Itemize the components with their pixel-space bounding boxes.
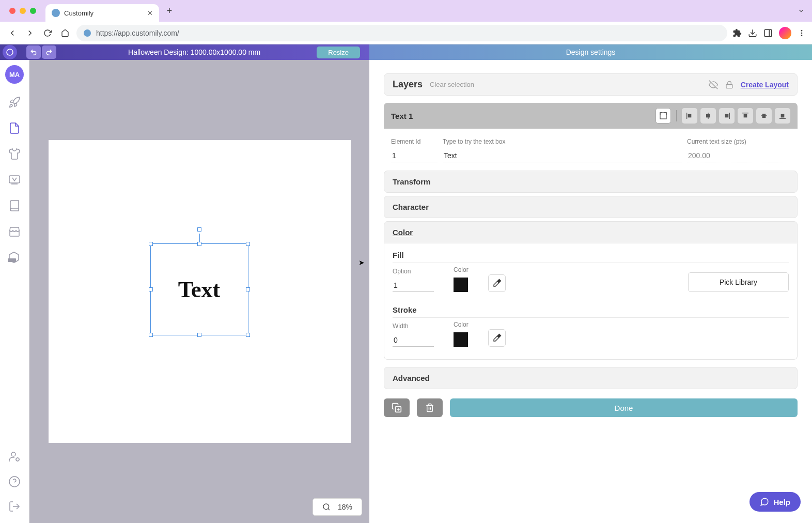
canvas[interactable]: Text xyxy=(49,140,351,443)
settings-panel: Layers Clear selection Create Layout Tex… xyxy=(369,60,812,523)
svg-rect-20 xyxy=(686,113,687,119)
app-header: Halloween Design: 1000.00x1000.00 mm Res… xyxy=(0,44,812,60)
stroke-width-input[interactable] xyxy=(393,334,434,347)
reload-button[interactable] xyxy=(41,27,54,39)
done-button[interactable]: Done xyxy=(450,398,798,417)
svg-rect-24 xyxy=(729,113,730,119)
align-center-h-icon[interactable] xyxy=(700,108,716,124)
duplicate-button[interactable] xyxy=(384,398,410,417)
transform-section[interactable]: Transform xyxy=(384,171,798,193)
app-logo[interactable] xyxy=(3,45,17,59)
maximize-window[interactable] xyxy=(30,8,36,14)
color-section[interactable]: Color xyxy=(384,221,798,243)
close-tab-icon[interactable]: ✕ xyxy=(147,9,153,17)
selected-layer[interactable]: Text 1 xyxy=(384,103,798,129)
align-left-icon[interactable] xyxy=(682,108,697,124)
fill-option-input[interactable] xyxy=(393,279,434,292)
redo-button[interactable] xyxy=(42,45,56,59)
chat-icon xyxy=(760,497,769,506)
minimize-window[interactable] xyxy=(20,8,26,14)
align-right-icon[interactable] xyxy=(719,108,735,124)
stroke-eyedropper-icon[interactable] xyxy=(488,329,506,347)
new-tab-button[interactable]: + xyxy=(162,4,177,18)
layer-name: Text 1 xyxy=(391,112,413,120)
store-icon[interactable] xyxy=(7,224,22,239)
lock-icon[interactable] xyxy=(725,81,733,89)
svg-rect-27 xyxy=(744,114,747,118)
home-button[interactable] xyxy=(59,27,71,39)
user-settings-icon[interactable] xyxy=(7,450,22,464)
svg-rect-26 xyxy=(742,113,748,113)
rocket-icon[interactable] xyxy=(7,95,22,110)
svg-rect-19 xyxy=(660,113,666,119)
back-button[interactable] xyxy=(6,27,19,39)
element-id-input[interactable] xyxy=(391,149,438,162)
selection-box[interactable]: Text xyxy=(150,243,248,335)
fill-eyedropper-icon[interactable] xyxy=(488,274,506,292)
logout-icon[interactable] xyxy=(7,499,22,514)
svg-rect-23 xyxy=(706,114,710,118)
book-icon[interactable] xyxy=(7,198,22,213)
tab-dropdown-icon[interactable] xyxy=(798,7,805,14)
align-center-v-icon[interactable] xyxy=(756,108,772,124)
type-input[interactable] xyxy=(443,149,682,162)
svg-point-6 xyxy=(7,49,13,55)
stroke-color-label: Color xyxy=(454,321,469,328)
svg-line-16 xyxy=(328,509,330,510)
svg-point-4 xyxy=(801,32,803,34)
advanced-section[interactable]: Advanced xyxy=(384,367,798,389)
box-beta-icon[interactable]: BETA xyxy=(7,250,22,265)
layers-header: Layers Clear selection Create Layout xyxy=(384,73,798,96)
canvas-text[interactable]: Text xyxy=(178,276,221,303)
fill-color-swatch[interactable] xyxy=(454,278,468,292)
search-icon xyxy=(322,503,331,511)
svg-point-12 xyxy=(9,476,20,487)
site-info-icon[interactable] xyxy=(84,29,91,37)
action-row: Done xyxy=(384,398,798,417)
size-input[interactable] xyxy=(687,149,790,162)
profile-avatar[interactable] xyxy=(779,27,791,39)
svg-rect-29 xyxy=(762,114,766,118)
extensions-icon[interactable] xyxy=(732,28,742,38)
align-bottom-icon[interactable] xyxy=(775,108,790,124)
svg-rect-21 xyxy=(688,114,692,118)
menu-icon[interactable] xyxy=(798,29,806,37)
align-top-icon[interactable] xyxy=(738,108,753,124)
file-icon[interactable] xyxy=(7,121,22,135)
delete-button[interactable] xyxy=(417,398,443,417)
fit-icon[interactable] xyxy=(655,108,671,124)
forward-button[interactable] xyxy=(24,27,36,39)
clear-selection-button[interactable]: Clear selection xyxy=(430,81,474,88)
pick-library-button[interactable]: Pick Library xyxy=(688,272,789,292)
zoom-control[interactable]: 18% xyxy=(313,498,362,516)
help-circle-icon[interactable] xyxy=(7,474,22,489)
design-tool-icon[interactable] xyxy=(7,173,22,187)
fill-option-label: Option xyxy=(393,268,434,275)
shirt-icon[interactable] xyxy=(7,147,22,161)
panel-title: Design settings xyxy=(369,44,812,60)
svg-rect-7 xyxy=(9,176,20,183)
close-window[interactable] xyxy=(9,8,15,14)
help-button[interactable]: Help xyxy=(749,492,801,512)
stroke-color-swatch[interactable] xyxy=(454,332,468,347)
panel-icon[interactable] xyxy=(763,28,773,38)
zoom-value: 18% xyxy=(338,503,352,511)
cursor-icon: ➤ xyxy=(358,258,365,267)
svg-rect-30 xyxy=(779,118,786,119)
svg-point-11 xyxy=(16,458,19,461)
stroke-title: Stroke xyxy=(393,305,789,318)
user-avatar[interactable]: MA xyxy=(5,65,24,84)
canvas-area[interactable]: Text ➤ 18% xyxy=(29,60,369,523)
downloads-icon[interactable] xyxy=(748,28,757,38)
create-layout-link[interactable]: Create Layout xyxy=(741,81,789,89)
fill-title: Fill xyxy=(393,251,789,263)
help-label: Help xyxy=(773,498,790,506)
fill-color-label: Color xyxy=(454,266,469,273)
resize-button[interactable]: Resize xyxy=(317,47,360,58)
undo-button[interactable] xyxy=(26,45,41,59)
url-input[interactable]: https://app.customily.com/ xyxy=(76,25,727,41)
address-bar: https://app.customily.com/ xyxy=(0,22,812,44)
browser-tab[interactable]: Customily ✕ xyxy=(45,4,159,22)
character-section[interactable]: Character xyxy=(384,196,798,218)
visibility-icon[interactable] xyxy=(709,80,718,89)
